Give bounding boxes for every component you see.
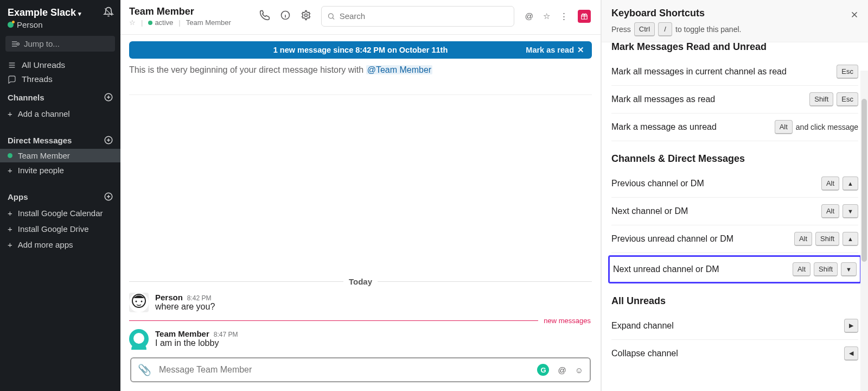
- user-presence[interactable]: Person: [0, 20, 120, 36]
- dm-item-team-member[interactable]: Team Member: [0, 149, 120, 162]
- shortcut-row: Expand channel ▶: [611, 312, 858, 340]
- threads-icon: [8, 75, 16, 84]
- topbar: Team Member ☆ | active | Team Member @ ☆…: [120, 0, 601, 35]
- mentions-icon[interactable]: @: [525, 11, 533, 21]
- shortcut-label: Mark a message as unread: [611, 122, 717, 132]
- kbd-arrow-right-icon: ▶: [844, 319, 858, 333]
- app-add-more[interactable]: + Add more apps: [0, 237, 120, 253]
- threads[interactable]: Threads: [0, 72, 120, 86]
- dm-header-label: Direct Messages: [8, 136, 72, 145]
- invite-people[interactable]: + Invite people: [0, 162, 120, 178]
- plus-icon: +: [8, 240, 12, 249]
- jump-to-label: Jump to...: [24, 39, 60, 48]
- shortcut-label: Mark all messages as read: [611, 94, 715, 104]
- shortcuts-title: Keyboard Shortcuts: [611, 8, 858, 19]
- avatar[interactable]: [129, 329, 149, 349]
- chat: 1 new message since 8:42 PM on October 1…: [120, 35, 601, 391]
- new-messages-label: new messages: [544, 317, 592, 325]
- kbd-arrow-down-icon: ▼: [843, 204, 858, 218]
- plus-icon: +: [8, 224, 12, 234]
- composer-input[interactable]: [159, 365, 529, 375]
- dm-item-label: Team Member: [18, 151, 70, 160]
- app-label: Install Google Calendar: [18, 209, 103, 218]
- shortcut-row: Previous channel or DM Alt ▲: [611, 170, 858, 198]
- mention[interactable]: @Team Member: [366, 65, 433, 74]
- dm-header[interactable]: Direct Messages: [0, 129, 120, 149]
- shortcut-label: Previous unread channel or DM: [611, 234, 733, 244]
- jump-to[interactable]: Jump to...: [5, 36, 115, 52]
- new-message-banner[interactable]: 1 new message since 8:42 PM on October 1…: [129, 41, 592, 59]
- channel-sub: Team Member: [186, 18, 231, 27]
- shortcut-row: Next channel or DM Alt ▼: [611, 198, 858, 225]
- search-field[interactable]: [340, 11, 508, 21]
- beginning-text: This is the very beginning of your direc…: [120, 65, 601, 78]
- add-app-icon[interactable]: [103, 191, 114, 202]
- shortcut-row: Mark all messages in current channel as …: [611, 58, 858, 86]
- channels-header-label: Channels: [8, 93, 44, 102]
- all-unreads[interactable]: All Unreads: [0, 58, 120, 72]
- search-input[interactable]: [321, 6, 514, 27]
- message-author: Person: [155, 293, 183, 302]
- shortcuts-body[interactable]: Mark Messages Read and Unread Mark all m…: [602, 42, 868, 391]
- star-outline-icon[interactable]: ☆: [543, 11, 550, 21]
- more-icon[interactable]: ⋮: [560, 11, 568, 21]
- gift-icon[interactable]: [578, 10, 591, 23]
- list-icon: [8, 61, 16, 70]
- attach-icon[interactable]: 📎: [138, 363, 151, 376]
- bell-icon[interactable]: [103, 7, 114, 19]
- message-body: where are you?: [155, 302, 215, 312]
- presence-dot-icon: [8, 22, 14, 28]
- shortcut-label: Expand channel: [611, 321, 674, 331]
- app-google-drive[interactable]: + Install Google Drive: [0, 221, 120, 237]
- shortcuts-hint: Press Ctrl / to toggle this panel.: [611, 22, 858, 36]
- add-channel[interactable]: + Add a channel: [0, 106, 120, 122]
- close-icon[interactable]: [850, 10, 859, 21]
- status-text: active: [155, 18, 173, 27]
- shortcut-row: Mark all messages as read Shift Esc: [611, 86, 858, 113]
- kbd-arrow-left-icon: ◀: [844, 346, 858, 361]
- mention-icon[interactable]: @: [558, 365, 566, 375]
- info-icon[interactable]: [280, 10, 291, 22]
- scrollbar-thumb[interactable]: [861, 99, 867, 262]
- mark-as-read-button[interactable]: Mark as read ✕: [526, 46, 584, 54]
- message-composer[interactable]: 📎 G @ ☺: [130, 357, 591, 382]
- plus-icon: +: [8, 109, 12, 118]
- kbd-arrow-up-icon: ▲: [843, 176, 858, 191]
- phone-icon[interactable]: [259, 10, 270, 22]
- avatar[interactable]: [129, 293, 149, 312]
- section-title: Channels & Direct Messages: [611, 153, 858, 165]
- message[interactable]: Person 8:42 PM where are you?: [120, 289, 601, 316]
- message-author: Team Member: [155, 329, 209, 338]
- star-icon[interactable]: ☆: [129, 18, 136, 27]
- shortcut-label: Collapse channel: [611, 349, 678, 358]
- grammarly-icon[interactable]: G: [537, 364, 549, 376]
- app-label: Add more apps: [18, 240, 73, 249]
- beginning-prefix: This is the very beginning of your direc…: [129, 65, 366, 74]
- kbd: Esc: [837, 92, 858, 106]
- workspace-switcher[interactable]: Example Slack ▾: [8, 7, 80, 18]
- gear-icon[interactable]: [301, 10, 311, 22]
- apps-header[interactable]: Apps: [0, 186, 120, 205]
- emoji-icon[interactable]: ☺: [575, 365, 583, 375]
- svg-point-6: [328, 14, 333, 18]
- add-dm-icon[interactable]: [103, 135, 114, 146]
- channel-title: Team Member: [129, 6, 253, 17]
- close-icon[interactable]: ✕: [577, 46, 584, 54]
- banner-text: 1 new message since 8:42 PM on October 1…: [273, 46, 448, 54]
- plus-icon: +: [8, 166, 12, 175]
- channels-header[interactable]: Channels: [0, 86, 120, 106]
- app-google-calendar[interactable]: + Install Google Calendar: [0, 205, 120, 221]
- svg-point-5: [304, 14, 307, 17]
- kbd: Alt: [821, 176, 839, 191]
- invite-people-label: Invite people: [18, 166, 64, 175]
- hint-prefix: Press: [611, 25, 631, 34]
- message-time: 8:47 PM: [214, 331, 238, 338]
- scrollbar[interactable]: [860, 71, 868, 391]
- message[interactable]: Team Member 8:47 PM I am in the lobby: [120, 326, 601, 352]
- shortcut-label: Previous channel or DM: [611, 179, 704, 188]
- add-channel-icon[interactable]: [103, 92, 114, 103]
- threads-label: Threads: [22, 74, 53, 84]
- day-divider-label: Today: [349, 277, 372, 286]
- jump-icon: [11, 40, 20, 48]
- svg-point-10: [136, 301, 137, 302]
